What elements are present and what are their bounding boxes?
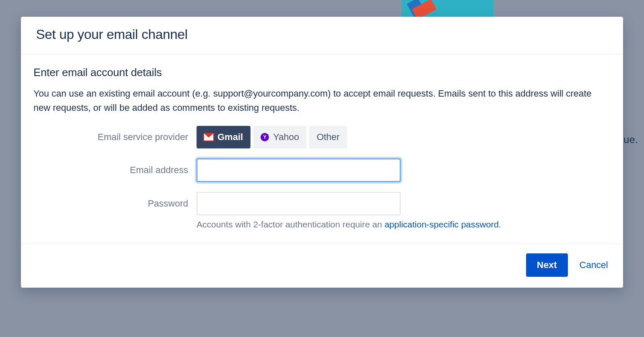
email-input[interactable]: [197, 158, 401, 182]
email-row: Email address: [33, 158, 611, 182]
next-button[interactable]: Next: [526, 253, 568, 277]
two-factor-hint: Accounts with 2-factor authentication re…: [197, 220, 501, 230]
provider-option-label: Gmail: [217, 132, 243, 143]
provider-row: Email service provider Gmail Y! Yahoo Ot…: [33, 126, 611, 148]
provider-option-yahoo[interactable]: Y! Yahoo: [253, 126, 307, 148]
yahoo-icon: Y!: [261, 133, 269, 142]
provider-option-label: Yahoo: [273, 132, 299, 143]
provider-option-label: Other: [317, 132, 340, 143]
provider-option-other[interactable]: Other: [309, 126, 347, 148]
provider-option-gmail[interactable]: Gmail: [197, 126, 250, 148]
password-input[interactable]: [197, 192, 401, 215]
hint-suffix: .: [499, 220, 501, 229]
modal-title: Set up your email channel: [36, 27, 608, 42]
section-description: You can use an existing email account (e…: [33, 87, 611, 115]
hint-row: Accounts with 2-factor authentication re…: [33, 220, 611, 230]
modal-body: Enter email account details You can use …: [21, 54, 623, 244]
modal-footer: Next Cancel: [21, 244, 623, 288]
app-specific-password-link[interactable]: application-specific password: [384, 220, 498, 229]
email-label: Email address: [33, 165, 197, 176]
background-partial-text: ue.: [624, 134, 638, 146]
hint-prefix: Accounts with 2-factor authentication re…: [197, 220, 384, 229]
password-label: Password: [33, 198, 197, 209]
password-row: Password: [33, 192, 611, 215]
gmail-icon: [204, 134, 213, 140]
provider-label: Email service provider: [33, 132, 197, 143]
modal-header: Set up your email channel: [21, 17, 623, 54]
provider-button-group: Gmail Y! Yahoo Other: [197, 126, 347, 148]
cancel-button[interactable]: Cancel: [577, 256, 611, 274]
setup-email-modal: Set up your email channel Enter email ac…: [21, 17, 623, 288]
section-title: Enter email account details: [33, 66, 611, 79]
